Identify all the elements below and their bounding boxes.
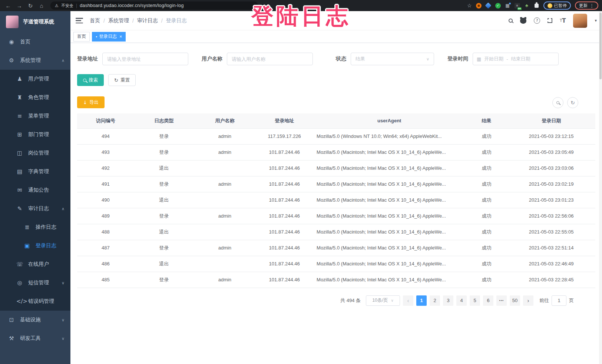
prev-page-button[interactable]: ‹ bbox=[403, 295, 413, 306]
font-size-icon[interactable]: TT bbox=[560, 17, 566, 24]
sidebar-item-error-codes[interactable]: </> 错误码管理 bbox=[0, 292, 70, 311]
cell-user bbox=[194, 256, 256, 272]
extension-grid-icon[interactable]: ▦ bbox=[505, 3, 510, 9]
search-button[interactable]: 搜索 bbox=[77, 74, 104, 86]
table-toolbar: ↓ 导出 ↻ bbox=[77, 86, 595, 108]
address-bar[interactable]: ⚠ 不安全 | dashboard.yudao.iocoder.cn/syste… bbox=[50, 1, 258, 10]
extension-plant-icon[interactable]: ♣ bbox=[524, 3, 530, 9]
sidebar-item-login-log[interactable]: ▣ 登录日志 bbox=[0, 236, 70, 255]
sidebar-item-dev-tools[interactable]: ⚒ 研发工具 ∨ bbox=[0, 329, 70, 348]
cell-type: 退出 bbox=[134, 192, 194, 208]
browser-home-icon[interactable]: ⌂ bbox=[37, 3, 46, 9]
caret-down-icon[interactable]: ▾ bbox=[595, 18, 597, 23]
page-button-1[interactable]: 1 bbox=[416, 295, 427, 306]
page-content: 登录地址 用户名称 状态 结果 ∨ 登录时间 ▦ 开始日期 - 结束日期 bbox=[70, 43, 602, 364]
page-size-select[interactable]: 10条/页 ∨ bbox=[366, 295, 400, 306]
sidebar-item-label: 短信管理 bbox=[28, 279, 49, 286]
security-label[interactable]: 不安全 bbox=[61, 3, 73, 9]
bookmark-star-icon[interactable]: ☆ bbox=[467, 3, 472, 9]
sidebar-item-departments[interactable]: ⊞ 部门管理 bbox=[0, 125, 70, 144]
sidebar-item-audit-log[interactable]: ✎ 审计日志 ∧ bbox=[0, 199, 70, 218]
cell-date: 2021-05-03 22:55:05 bbox=[507, 224, 595, 240]
sidebar-item-label: 首页 bbox=[20, 39, 30, 45]
sidebar-item-roles[interactable]: ♜ 角色管理 bbox=[0, 88, 70, 107]
sidebar-item-home[interactable]: ◉ 首页 bbox=[0, 33, 70, 51]
export-button[interactable]: ↓ 导出 bbox=[77, 96, 105, 108]
page-button-2[interactable]: 2 bbox=[430, 295, 440, 306]
browser-forward-icon[interactable]: → bbox=[15, 3, 24, 9]
page-ellipsis[interactable]: ••• bbox=[496, 295, 507, 306]
page-button-50[interactable]: 50 bbox=[510, 295, 520, 306]
sidebar-item-operation-log[interactable]: ≣ 操作日志 bbox=[0, 218, 70, 236]
main-area: 首页 / 系统管理 / 审计日志 / 登录日志 ? TT ▾ 首页 bbox=[70, 11, 602, 364]
extension-list-icon[interactable]: ≡on bbox=[515, 3, 520, 9]
date-range-picker[interactable]: ▦ 开始日期 - 结束日期 bbox=[473, 53, 559, 65]
extension-gem-icon[interactable] bbox=[486, 3, 491, 9]
column-header-user: 用户名称 bbox=[194, 113, 256, 128]
sidebar-item-users[interactable]: ♟ 用户管理 bbox=[0, 70, 70, 88]
sidebar-item-system[interactable]: ⚙ 系统管理 ∧ bbox=[0, 51, 70, 70]
search-icon[interactable] bbox=[509, 19, 513, 23]
sidebar: 芋道管理系统 ◉ 首页 ⚙ 系统管理 ∧ ♟ 用户管理 ♜ 角色管理 ≡ 菜单管… bbox=[0, 11, 70, 364]
page-button-6[interactable]: 6 bbox=[483, 295, 493, 306]
browser-reload-icon[interactable]: ↻ bbox=[26, 3, 35, 9]
sidebar-item-label: 在线用户 bbox=[28, 261, 49, 268]
cell-ip: 101.87.244.46 bbox=[256, 192, 313, 208]
more-menu-icon[interactable]: ⋮ bbox=[589, 3, 594, 9]
cell-result: 成功 bbox=[466, 224, 507, 240]
hamburger-icon[interactable] bbox=[76, 18, 83, 23]
cell-user bbox=[194, 224, 256, 240]
toggle-search-button[interactable] bbox=[552, 97, 563, 108]
app-root: 芋道管理系统 ◉ 首页 ⚙ 系统管理 ∧ ♟ 用户管理 ♜ 角色管理 ≡ 菜单管… bbox=[0, 11, 602, 364]
cell-id: 487 bbox=[77, 240, 134, 256]
sidebar-item-infrastructure[interactable]: ⊡ 基础设施 ∨ bbox=[0, 311, 70, 329]
status-placeholder: 结果 bbox=[355, 56, 365, 62]
help-icon[interactable]: ? bbox=[534, 17, 540, 24]
page-button-4[interactable]: 4 bbox=[456, 295, 467, 306]
sms-icon: ◎ bbox=[16, 279, 23, 286]
user-avatar[interactable] bbox=[573, 14, 587, 28]
tag-home[interactable]: 首页 bbox=[73, 32, 90, 42]
cell-user bbox=[194, 192, 256, 208]
sidebar-item-menus[interactable]: ≡ 菜单管理 bbox=[0, 107, 70, 125]
username-input[interactable] bbox=[227, 53, 313, 65]
close-icon[interactable]: × bbox=[119, 34, 122, 39]
next-page-button[interactable]: › bbox=[523, 295, 533, 306]
page-button-3[interactable]: 3 bbox=[443, 295, 453, 306]
extension-orange-icon[interactable] bbox=[476, 3, 482, 9]
scrollbar-thumb[interactable] bbox=[599, 13, 602, 79]
breadcrumb-home[interactable]: 首页 bbox=[90, 17, 100, 24]
status-select[interactable]: 结果 ∨ bbox=[351, 53, 434, 65]
sidebar-item-online-users[interactable]: ☏ 在线用户 bbox=[0, 255, 70, 274]
profile-paused-badge[interactable]: 已暂停 bbox=[543, 1, 571, 10]
status-label: 状态 bbox=[336, 56, 346, 62]
sidebar-logo[interactable]: 芋道管理系统 bbox=[0, 11, 70, 33]
breadcrumb-system[interactable]: 系统管理 bbox=[108, 17, 129, 24]
url-text[interactable]: dashboard.yudao.iocoder.cn/system/log/lo… bbox=[80, 3, 183, 8]
page-button-5[interactable]: 5 bbox=[470, 295, 480, 306]
tag-login-log[interactable]: ● 登录日志 × bbox=[92, 32, 126, 42]
sidebar-item-sms[interactable]: ◎ 短信管理 ∨ bbox=[0, 274, 70, 292]
browser-update-button[interactable]: 更新 ⋮ bbox=[575, 1, 598, 10]
fullscreen-icon[interactable] bbox=[548, 18, 552, 23]
extension-check-icon[interactable]: ✓ bbox=[495, 3, 501, 9]
sidebar-item-posts[interactable]: ◫ 岗位管理 bbox=[0, 144, 70, 162]
extension-puzzle-icon[interactable] bbox=[534, 3, 539, 9]
refresh-table-button[interactable]: ↻ bbox=[567, 97, 578, 108]
magnifier-shape bbox=[556, 101, 559, 104]
dashboard-icon: ◉ bbox=[8, 39, 15, 45]
address-input[interactable] bbox=[102, 53, 188, 65]
page-scrollbar[interactable] bbox=[599, 11, 602, 364]
sidebar-item-notices[interactable]: ✉ 通知公告 bbox=[0, 181, 70, 199]
github-icon[interactable] bbox=[520, 18, 526, 24]
cell-type: 退出 bbox=[134, 256, 194, 272]
breadcrumb-separator: / bbox=[132, 18, 134, 24]
sidebar-item-dictionary[interactable]: ▤ 字典管理 bbox=[0, 162, 70, 181]
browser-back-icon[interactable]: ← bbox=[4, 3, 13, 9]
goto-page-input[interactable] bbox=[552, 295, 566, 306]
breadcrumb-audit[interactable]: 审计日志 bbox=[137, 17, 158, 24]
sidebar-item-label: 研发工具 bbox=[20, 335, 41, 342]
cell-ip: 101.87.244.46 bbox=[256, 144, 313, 160]
tags-view-bar: 首页 ● 登录日志 × bbox=[70, 30, 602, 43]
reset-button[interactable]: ↻ 重置 bbox=[108, 74, 136, 86]
